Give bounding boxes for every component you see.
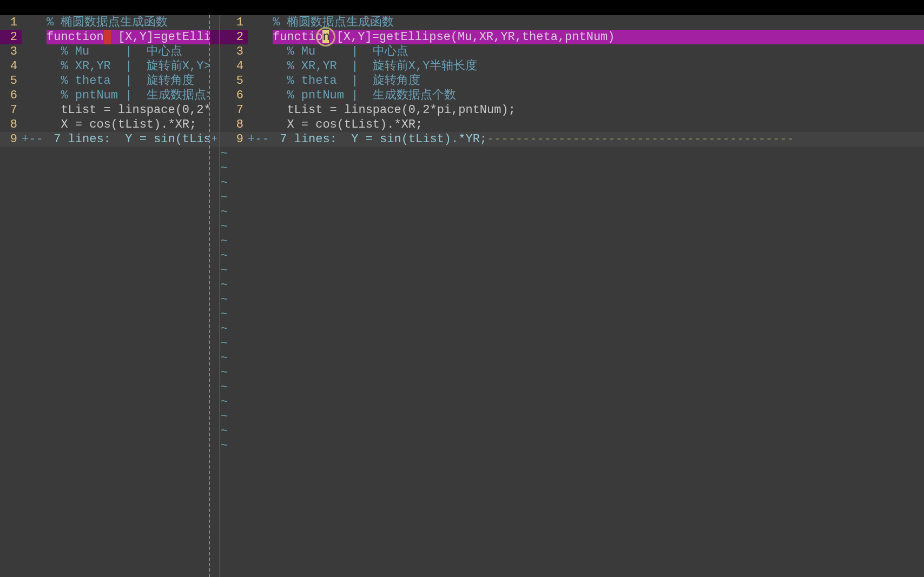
code-content[interactable]: % Mu | 中心点	[47, 44, 209, 59]
fold-column[interactable]	[248, 44, 273, 59]
tilde-marker: ~	[220, 220, 248, 234]
empty-line: ~	[220, 220, 924, 234]
fold-column[interactable]	[22, 44, 47, 59]
empty-line: ~	[220, 366, 924, 380]
line-number: 1	[220, 15, 248, 30]
empty-line: ~	[220, 190, 924, 205]
fold-column[interactable]	[22, 88, 47, 103]
code-line-cursor: 2 function [X,Y]=getEllipse	[0, 30, 209, 44]
code-line: 7 tList = linspace(0,2*pi,pntNum);	[220, 103, 924, 117]
fold-column[interactable]	[22, 117, 47, 132]
code-line: 5 % theta | 旋转角度	[0, 74, 209, 88]
code-line: 7 tList = linspace(0,2*pi	[0, 103, 209, 117]
tilde-marker: ~	[220, 234, 248, 249]
tilde-marker: ~	[220, 322, 248, 336]
line-number: 7	[0, 103, 22, 117]
line-number: 3	[220, 44, 248, 59]
tilde-marker: ~	[220, 176, 248, 190]
code-content[interactable]: X = cos(tList).*XR;	[273, 117, 924, 132]
code-content[interactable]: function [X,Y]=getEllipse(Mu,XR,YR,theta…	[273, 30, 924, 44]
empty-line: ~	[220, 322, 924, 336]
line-number: 3	[0, 44, 22, 59]
right-pane[interactable]: 1 % 椭圆数据点生成函数 2 function [X,Y]=getEllips…	[220, 15, 924, 577]
code-content[interactable]: % Mu | 中心点	[273, 44, 924, 59]
empty-line: ~	[220, 395, 924, 409]
fold-summary[interactable]: 7 lines: Y = sin(tList).*YR;------------…	[273, 132, 924, 147]
fold-toggle[interactable]: +--	[248, 132, 273, 147]
fold-column[interactable]	[248, 30, 273, 44]
tilde-marker: ~	[220, 409, 248, 424]
tilde-marker: ~	[220, 161, 248, 176]
fold-line: 9 +-- 7 lines: Y = sin(tList).*YR;------…	[220, 132, 924, 147]
empty-line: ~	[220, 263, 924, 278]
fold-column[interactable]	[248, 74, 273, 88]
fold-column[interactable]	[248, 59, 273, 74]
code-content[interactable]: tList = linspace(0,2*pi	[47, 103, 209, 117]
tilde-marker: ~	[220, 380, 248, 395]
fold-column[interactable]	[248, 103, 273, 117]
empty-line: ~	[220, 161, 924, 176]
code-line: 1 % 椭圆数据点生成函数	[220, 15, 924, 30]
empty-line: ~	[220, 293, 924, 307]
tilde-marker: ~	[220, 190, 248, 205]
left-pane[interactable]: 1 % 椭圆数据点生成函数 2 function [X,Y]=getEllips…	[0, 15, 209, 577]
diff-marker	[210, 117, 219, 132]
empty-line: ~	[220, 234, 924, 249]
line-number: 5	[0, 74, 22, 88]
cursor-block: n	[322, 30, 329, 43]
split-editor: 1 % 椭圆数据点生成函数 2 function [X,Y]=getEllips…	[0, 15, 924, 577]
code-content[interactable]: function [X,Y]=getEllipse	[47, 30, 209, 44]
empty-line: ~	[220, 249, 924, 263]
tilde-marker: ~	[220, 336, 248, 351]
empty-line: ~	[220, 278, 924, 293]
tilde-marker: ~	[220, 249, 248, 263]
code-content[interactable]: % XR,YR | 旋转前X,Y半轴长度	[273, 59, 924, 74]
fold-column[interactable]	[22, 30, 47, 44]
fold-column[interactable]	[22, 15, 47, 30]
code-line: 4 % XR,YR | 旋转前X,Y>	[0, 59, 209, 74]
fold-column[interactable]	[248, 117, 273, 132]
empty-line: ~	[220, 336, 924, 351]
line-number: 8	[220, 117, 248, 132]
code-content[interactable]: % pntNum | 生成数据点个数	[273, 88, 924, 103]
code-line: 5 % theta | 旋转角度	[220, 74, 924, 88]
tilde-marker: ~	[220, 205, 248, 220]
split-divider[interactable]: +	[209, 15, 220, 577]
empty-line: ~	[220, 409, 924, 424]
code-content[interactable]: % theta | 旋转角度	[273, 74, 924, 88]
line-number: 6	[220, 88, 248, 103]
fold-column[interactable]	[22, 59, 47, 74]
code-line: 4 % XR,YR | 旋转前X,Y半轴长度	[220, 59, 924, 74]
line-number: 9	[220, 132, 248, 147]
fold-column[interactable]	[22, 74, 47, 88]
diff-marker	[210, 74, 219, 88]
cursor-marker	[104, 30, 111, 44]
code-line: 3 % Mu | 中心点	[220, 44, 924, 59]
tilde-marker: ~	[220, 366, 248, 380]
code-content[interactable]: % 椭圆数据点生成函数	[47, 15, 209, 30]
line-number: 4	[220, 59, 248, 74]
code-line: 6 % pntNum | 生成数据点个数	[220, 88, 924, 103]
fold-column[interactable]	[22, 103, 47, 117]
fold-toggle[interactable]: +--	[22, 132, 47, 147]
empty-line: ~	[220, 351, 924, 366]
fold-summary[interactable]: 7 lines: Y = sin(tList	[47, 132, 209, 147]
diff-marker	[210, 88, 219, 103]
code-content[interactable]: % 椭圆数据点生成函数	[273, 15, 924, 30]
code-content[interactable]: X = cos(tList).*XR;	[47, 117, 209, 132]
diff-marker	[210, 59, 219, 74]
title-bar	[0, 0, 924, 15]
code-content[interactable]: % theta | 旋转角度	[47, 74, 209, 88]
diff-marker	[210, 15, 219, 30]
line-number: 2	[0, 30, 22, 44]
empty-line: ~	[220, 307, 924, 322]
line-number: 7	[220, 103, 248, 117]
code-content[interactable]: % pntNum | 生成数据点>	[47, 88, 209, 103]
tilde-marker: ~	[220, 293, 248, 307]
tilde-marker: ~	[220, 263, 248, 278]
code-content[interactable]: % XR,YR | 旋转前X,Y>	[47, 59, 209, 74]
fold-column[interactable]	[248, 88, 273, 103]
code-content[interactable]: tList = linspace(0,2*pi,pntNum);	[273, 103, 924, 117]
empty-line: ~	[220, 439, 924, 453]
fold-column[interactable]	[248, 15, 273, 30]
